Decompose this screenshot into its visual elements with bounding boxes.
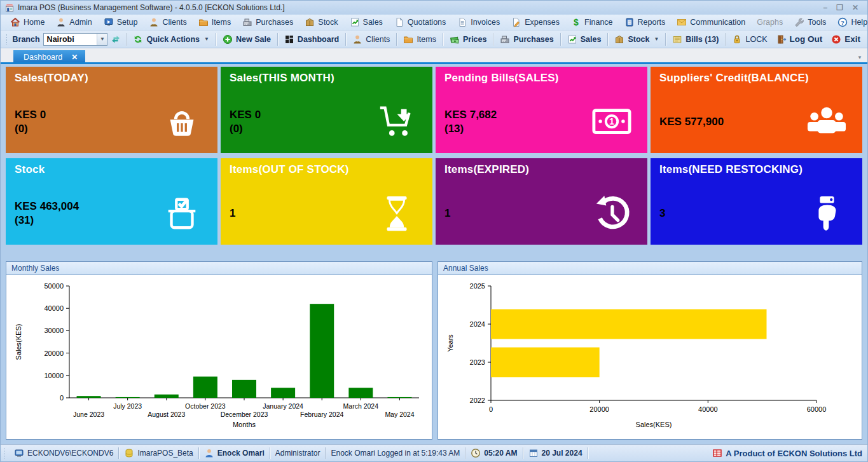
menu-item-reports[interactable]: Reports xyxy=(619,15,672,29)
chevron-down-icon: ▼ xyxy=(654,36,659,42)
tab-label: Dashboard xyxy=(24,53,62,62)
toolbar-grip[interactable] xyxy=(6,34,8,45)
toolbar: Branch Nairobi ▼ Quick Actions▼New SaleD… xyxy=(1,31,867,48)
tab-strip: Dashboard ✕ ▼ xyxy=(1,48,867,64)
branch-switch-button[interactable] xyxy=(107,32,124,47)
toolbar-button-new-sale[interactable]: New Sale xyxy=(218,32,275,47)
menu-item-admin[interactable]: Admin xyxy=(50,15,97,29)
menu-item-setup[interactable]: Setup xyxy=(98,15,144,29)
toolbar-button-log-out[interactable]: Log Out xyxy=(772,32,827,47)
tab-close-icon[interactable]: ✕ xyxy=(71,54,78,60)
menu-item-help[interactable]: ?Help xyxy=(832,15,868,29)
tab-list-dropdown-icon[interactable]: ▼ xyxy=(857,55,862,60)
svg-text:10000: 10000 xyxy=(44,372,64,379)
card-value: KES 0(0) xyxy=(230,108,261,136)
toolbar-button-quick-actions[interactable]: Quick Actions▼ xyxy=(128,32,214,47)
toolbar-button-label: Dashboard xyxy=(298,35,339,44)
window-title: Imara POS (Business Management Software)… xyxy=(18,3,285,12)
menu-item-invoices[interactable]: Invoices xyxy=(451,15,506,29)
branch-dropdown-icon[interactable]: ▼ xyxy=(97,34,107,45)
maximize-button[interactable]: ❐ xyxy=(836,4,843,11)
kpi-card-stock[interactable]: StockKES 463,004(31) xyxy=(6,158,217,245)
toolbar-button-stock[interactable]: Stock▼ xyxy=(610,32,663,47)
refresh-icon xyxy=(133,34,143,44)
toolbar-button-purchases[interactable]: Purchases xyxy=(495,32,558,47)
setup-icon xyxy=(104,17,114,27)
toolbar-button-sales[interactable]: Sales xyxy=(563,32,606,47)
svg-text:2023: 2023 xyxy=(470,358,485,366)
clients-icon xyxy=(149,17,159,27)
card-body: KES 7,682(13)1 xyxy=(444,102,638,147)
kpi-card-items-out-of-stock[interactable]: Items(OUT OF STOCK)1 xyxy=(221,158,432,245)
toolbar-button-dashboard[interactable]: Dashboard xyxy=(280,32,343,47)
menu-item-finance[interactable]: $Finance xyxy=(565,15,618,29)
card-value: 1 xyxy=(230,207,235,221)
bills-icon xyxy=(672,34,682,44)
toolbar-button-bills-13[interactable]: Bills (13) xyxy=(668,32,723,47)
svg-text:May 2024: May 2024 xyxy=(385,411,414,418)
card-body: KES 463,004(31) xyxy=(15,194,209,238)
toolbar-separator xyxy=(126,33,127,46)
kpi-card-items-need-restocking[interactable]: Items(NEED RESTOCKING)3 xyxy=(651,158,862,245)
toolbar-separator xyxy=(725,33,726,46)
toolbar-separator xyxy=(443,33,443,46)
people-group-icon xyxy=(804,102,850,142)
kpi-card-pending-bills-sales[interactable]: Pending Bills(SALES)KES 7,682(13)1 xyxy=(436,67,647,153)
status-text: ECKONDV6\ECKONDV6 xyxy=(27,449,113,458)
menu-item-label: Purchases xyxy=(256,18,293,27)
monthly-sales-panel: Monthly Sales 01000020000300004000050000… xyxy=(6,261,432,440)
menu-item-label: Communication xyxy=(690,18,745,27)
toolbar-separator xyxy=(216,33,216,46)
close-button[interactable]: ✕ xyxy=(852,4,858,11)
svg-text:60000: 60000 xyxy=(807,405,827,413)
toolbar-button-clients[interactable]: Clients xyxy=(348,32,394,47)
report-icon xyxy=(624,17,635,27)
kpi-card-items-expired[interactable]: Items(EXPIRED)1 xyxy=(436,158,647,245)
cart-download-icon xyxy=(374,102,420,142)
svg-text:Sales(KES): Sales(KES) xyxy=(636,421,672,428)
register-icon xyxy=(500,34,510,44)
toolbar-separator xyxy=(345,33,346,46)
svg-text:January 2024: January 2024 xyxy=(263,402,303,410)
kpi-card-sales-today[interactable]: Sales(TODAY)KES 0(0) xyxy=(6,67,217,153)
menu-item-communication[interactable]: Communication xyxy=(671,15,751,29)
kpi-card-suppliers-credit-balance[interactable]: Suppliers' Credit(BALANCE)KES 577,900 xyxy=(651,67,862,153)
svg-text:July 2023: July 2023 xyxy=(113,402,142,410)
status-segment: 05:20 AM xyxy=(465,448,522,458)
document-lines-icon xyxy=(457,17,467,27)
menu-item-home[interactable]: Home xyxy=(4,15,50,29)
menu-item-quotations[interactable]: Quotations xyxy=(389,15,451,29)
wrench-icon xyxy=(794,17,804,27)
menu-item-items[interactable]: Items xyxy=(193,15,237,29)
toolbar-button-prices[interactable]: Prices xyxy=(445,32,492,47)
card-body: 3 xyxy=(659,194,853,238)
statusbar-grip xyxy=(3,447,6,459)
svg-text:2024: 2024 xyxy=(470,320,485,328)
monthly-sales-chart: 01000020000300004000050000Sales(KES)June… xyxy=(6,275,432,439)
menu-item-label: Graphs xyxy=(757,18,783,27)
minimize-button[interactable]: – xyxy=(823,4,827,11)
menu-item-graphs[interactable]: Graphs xyxy=(751,15,789,29)
annual-sales-header: Annual Sales xyxy=(438,262,862,275)
kpi-card-sales-this-month[interactable]: Sales(THIS MONTH)KES 0(0) xyxy=(221,67,432,153)
menu-item-purchases[interactable]: Purchases xyxy=(237,15,299,29)
tab-dashboard[interactable]: Dashboard ✕ xyxy=(13,50,85,64)
toolbar-separator xyxy=(493,33,493,46)
folder-icon xyxy=(198,17,209,27)
menu-item-tools[interactable]: Tools xyxy=(789,15,832,29)
menu-item-sales[interactable]: Sales xyxy=(344,15,389,29)
toolbar-button-items[interactable]: Items xyxy=(399,32,441,47)
toolbar-button-lock[interactable]: LOCK xyxy=(727,32,771,47)
menu-item-clients[interactable]: Clients xyxy=(143,15,192,29)
menu-item-stock[interactable]: Stock xyxy=(299,15,343,29)
document-pencil-icon xyxy=(511,17,521,27)
dollar-icon: $ xyxy=(571,17,581,27)
status-segment: Administrator xyxy=(270,449,326,458)
branch-select[interactable]: Nairobi ▼ xyxy=(43,33,108,46)
toolbar-button-exit[interactable]: Exit xyxy=(827,32,865,47)
menu-item-label: Clients xyxy=(162,18,186,27)
svg-text:2025: 2025 xyxy=(470,282,485,290)
menu-item-expenses[interactable]: Expenses xyxy=(506,15,565,29)
history-icon xyxy=(589,194,635,233)
hand-down-icon xyxy=(804,194,850,233)
